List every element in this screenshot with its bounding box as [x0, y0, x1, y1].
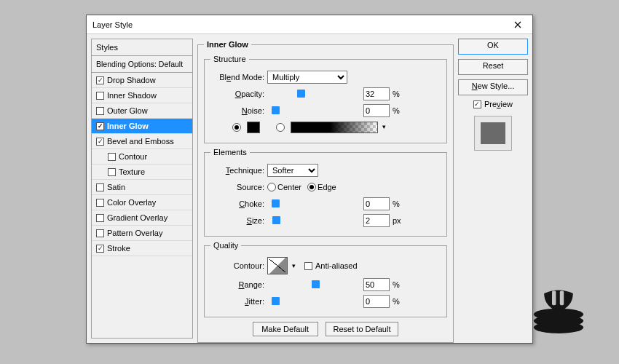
pct-unit: %	[390, 297, 404, 306]
source-label: Source:	[210, 183, 267, 191]
center-panel: Inner Glow Structure Blend Mode: Multipl…	[197, 39, 454, 339]
jitter-input[interactable]	[363, 295, 390, 308]
color-radio[interactable]	[232, 123, 241, 132]
elements-legend: Elements	[210, 148, 250, 157]
style-checkbox[interactable]	[96, 183, 104, 191]
style-checkbox[interactable]	[96, 92, 104, 100]
contour-label: Contour:	[210, 261, 267, 270]
size-thumb[interactable]	[272, 216, 280, 224]
jitter-slider[interactable]	[272, 296, 359, 306]
styles-panel: Styles Blending Options: Default Drop Sh…	[91, 39, 193, 339]
gradient-radio[interactable]	[276, 123, 285, 132]
inner-glow-group: Inner Glow Structure Blend Mode: Multipl…	[197, 40, 454, 343]
right-column: OK Reset New Style... Preview	[458, 39, 528, 339]
preview-label[interactable]: Preview	[484, 100, 513, 108]
style-checkbox[interactable]	[108, 168, 116, 176]
anti-aliased-label[interactable]: Anti-aliased	[312, 261, 358, 270]
watermark-logo	[526, 287, 591, 339]
structure-legend: Structure	[210, 55, 249, 63]
pct-unit: %	[390, 106, 404, 115]
choke-input[interactable]	[363, 197, 390, 210]
preview-checkbox[interactable]	[473, 100, 481, 108]
style-checkbox[interactable]	[96, 199, 104, 207]
blend-mode-label: Blend Mode:	[210, 73, 267, 82]
style-item-color-overlay[interactable]: Color Overlay	[92, 195, 192, 210]
style-item-contour[interactable]: Contour	[92, 149, 192, 165]
size-slider[interactable]	[272, 215, 359, 226]
style-checkbox[interactable]	[96, 138, 104, 146]
choke-thumb[interactable]	[272, 199, 280, 207]
gradient-swatch[interactable]	[291, 122, 378, 133]
choke-label: Choke:	[210, 199, 267, 208]
style-item-label: Drop Shadow	[107, 76, 156, 84]
color-swatch[interactable]	[247, 122, 260, 133]
source-center-label[interactable]: Center	[277, 183, 301, 191]
elements-group: Elements Technique: Softer Source: Cente…	[204, 148, 447, 237]
style-item-drop-shadow[interactable]: Drop Shadow	[92, 73, 192, 88]
contour-swatch[interactable]	[267, 257, 288, 274]
style-item-label: Gradient Overlay	[107, 213, 167, 222]
titlebar: Layer Style	[87, 15, 532, 34]
noise-label: Noise:	[210, 106, 267, 115]
preview-swatch	[474, 116, 512, 151]
blend-mode-select[interactable]: Multiply	[267, 71, 347, 84]
style-item-satin[interactable]: Satin	[92, 180, 192, 195]
new-style-button[interactable]: New Style...	[458, 79, 528, 95]
style-item-outer-glow[interactable]: Outer Glow	[92, 103, 192, 119]
style-item-bevel-and-emboss[interactable]: Bevel and Emboss	[92, 134, 192, 149]
styles-heading[interactable]: Styles	[92, 39, 192, 56]
style-checkbox[interactable]	[96, 107, 104, 115]
pct-unit: %	[390, 280, 404, 289]
style-checkbox[interactable]	[96, 76, 104, 84]
technique-select[interactable]: Softer	[267, 164, 318, 177]
make-default-button[interactable]: Make Default	[253, 322, 318, 336]
style-item-label: Outer Glow	[107, 106, 148, 115]
inner-glow-legend: Inner Glow	[204, 40, 251, 49]
style-checkbox[interactable]	[96, 245, 104, 253]
blending-options[interactable]: Blending Options: Default	[92, 56, 192, 73]
range-thumb[interactable]	[312, 280, 320, 288]
close-button[interactable]	[503, 15, 532, 34]
style-item-label: Inner Glow	[107, 122, 149, 130]
style-checkbox[interactable]	[96, 214, 104, 222]
range-input[interactable]	[363, 278, 390, 291]
opacity-input[interactable]	[363, 87, 390, 100]
style-item-pattern-overlay[interactable]: Pattern Overlay	[92, 226, 192, 241]
opacity-label: Opacity:	[210, 90, 267, 98]
range-label: Range:	[210, 280, 267, 289]
noise-input[interactable]	[363, 104, 390, 117]
source-edge-label[interactable]: Edge	[318, 183, 336, 191]
opacity-thumb[interactable]	[297, 90, 305, 98]
style-checkbox[interactable]	[96, 229, 104, 237]
opacity-slider[interactable]	[272, 89, 359, 99]
style-item-inner-glow[interactable]: Inner Glow	[92, 119, 192, 134]
style-item-label: Stroke	[107, 244, 130, 253]
ok-button[interactable]: OK	[458, 39, 528, 55]
chevron-down-icon[interactable]: ▾	[288, 262, 297, 269]
style-item-label: Pattern Overlay	[107, 229, 162, 237]
size-input[interactable]	[363, 214, 390, 227]
style-item-label: Satin	[107, 183, 125, 191]
style-item-label: Inner Shadow	[107, 91, 157, 100]
style-item-label: Contour	[119, 152, 147, 161]
anti-aliased-checkbox[interactable]	[304, 262, 312, 270]
style-checkbox[interactable]	[96, 122, 104, 130]
range-slider[interactable]	[272, 280, 359, 290]
reset-button[interactable]: Reset	[458, 59, 528, 75]
choke-slider[interactable]	[272, 199, 359, 209]
source-edge-radio[interactable]	[307, 183, 316, 191]
style-item-texture[interactable]: Texture	[92, 165, 192, 180]
noise-slider[interactable]	[272, 106, 359, 116]
style-checkbox[interactable]	[108, 153, 116, 161]
px-unit: px	[390, 216, 404, 225]
noise-thumb[interactable]	[272, 106, 280, 114]
jitter-thumb[interactable]	[272, 297, 280, 305]
style-item-stroke[interactable]: Stroke	[92, 241, 192, 256]
style-item-inner-shadow[interactable]: Inner Shadow	[92, 88, 192, 103]
dialog-title: Layer Style	[92, 20, 503, 29]
source-center-radio[interactable]	[267, 183, 276, 191]
style-item-gradient-overlay[interactable]: Gradient Overlay	[92, 210, 192, 226]
size-label: Size:	[210, 216, 267, 225]
quality-legend: Quality	[210, 241, 241, 250]
reset-default-button[interactable]: Reset to Default	[326, 322, 399, 336]
